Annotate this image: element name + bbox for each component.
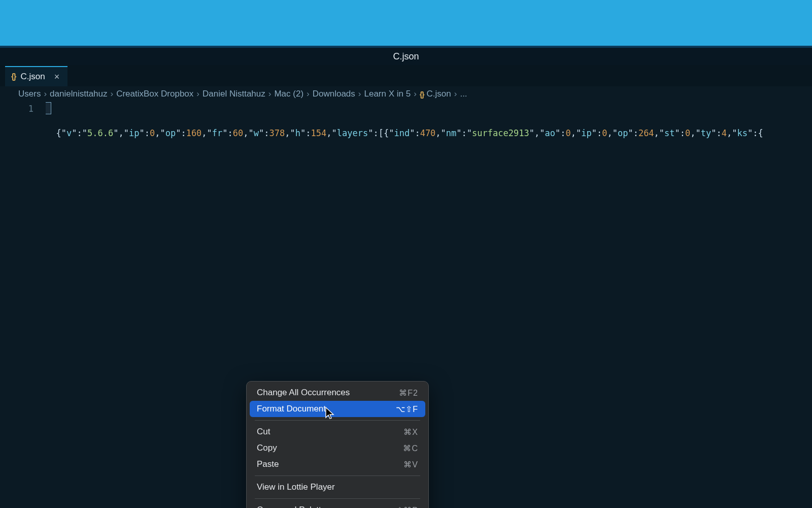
code-token: : <box>373 128 378 138</box>
menu-item-shortcut: ⌘X <box>403 427 418 437</box>
line-number: 1 <box>0 103 33 115</box>
code-token: , <box>243 128 248 138</box>
code-token: , <box>727 128 732 138</box>
code-token: 264 <box>638 128 654 138</box>
menu-item-command-palette[interactable]: Command Palette...⇧⌘P <box>250 502 425 508</box>
code-content[interactable]: {"v":"5.6.6","ip":0,"op":160,"fr":60,"w"… <box>46 102 812 508</box>
breadcrumb-segment[interactable]: Mac (2) <box>274 89 303 99</box>
breadcrumb-segment[interactable]: Daniel Nisttahuz <box>202 89 265 99</box>
code-token: " <box>529 128 534 138</box>
code-token: : <box>264 128 269 138</box>
code-token: : <box>680 128 685 138</box>
menu-item-view-in-lottie-player[interactable]: View in Lottie Player <box>250 479 425 495</box>
breadcrumb-segment[interactable]: Users <box>18 89 41 99</box>
code-token: " <box>613 128 618 138</box>
code-token: : <box>306 128 311 138</box>
breadcrumb-file[interactable]: {} C.json <box>420 89 451 99</box>
code-token: op <box>165 128 176 138</box>
code-token: " <box>113 128 118 138</box>
code-token: " <box>124 128 129 138</box>
code-token: w <box>254 128 259 138</box>
breadcrumb-tail[interactable]: ... <box>460 89 467 99</box>
menu-item-label: Paste <box>257 459 279 469</box>
breadcrumb-segment[interactable]: CreatixBox Dropbox <box>116 89 193 99</box>
menu-item-label: Change All Occurrences <box>257 388 350 398</box>
code-token: " <box>748 128 753 138</box>
menu-item-shortcut: ⌘V <box>403 460 418 469</box>
code-token: " <box>176 128 181 138</box>
code-token: " <box>61 128 66 138</box>
code-token: , <box>607 128 612 138</box>
code-token: [{ <box>379 128 389 138</box>
tab-bar: {} C.json × <box>0 65 812 86</box>
menu-separator <box>255 420 420 421</box>
menu-item-format-document[interactable]: Format Document⌥⇧F <box>250 401 425 417</box>
code-token: : <box>462 128 467 138</box>
code-token: 160 <box>186 128 202 138</box>
code-token: surface2913 <box>472 128 529 138</box>
code-token: , <box>571 128 576 138</box>
code-token: , <box>118 128 123 138</box>
breadcrumb-segment[interactable]: Downloads <box>313 89 355 99</box>
menu-item-label: View in Lottie Player <box>257 482 335 492</box>
code-token: " <box>592 128 597 138</box>
code-token: , <box>326 128 331 138</box>
vertical-scrollbar[interactable] <box>804 102 811 508</box>
code-token: " <box>467 128 472 138</box>
menu-item-label: Copy <box>257 443 277 453</box>
code-token: 4 <box>722 128 727 138</box>
code-token: : <box>753 128 758 138</box>
menu-item-cut[interactable]: Cut⌘X <box>250 424 425 440</box>
window-top-band <box>0 0 812 46</box>
menu-item-shortcut: ⌘F2 <box>399 388 418 398</box>
menu-item-change-all-occurrences[interactable]: Change All Occurrences⌘F2 <box>250 385 425 401</box>
code-token: : <box>560 128 565 138</box>
code-token: 0 <box>602 128 607 138</box>
chevron-right-icon: › <box>196 89 199 99</box>
code-token: 0 <box>150 128 155 138</box>
code-token: st <box>664 128 674 138</box>
editor-area[interactable]: 1 {"v":"5.6.6","ip":0,"op":160,"fr":60,"… <box>0 102 812 508</box>
code-token: " <box>675 128 680 138</box>
window-title: C.json <box>393 51 419 62</box>
code-token: " <box>139 128 144 138</box>
code-token: : <box>181 128 186 138</box>
code-token: { <box>758 128 763 138</box>
chevron-right-icon: › <box>111 89 114 99</box>
code-token: " <box>441 128 446 138</box>
code-token: ty <box>701 128 711 138</box>
code-token: : <box>597 128 602 138</box>
code-token: " <box>207 128 212 138</box>
code-token: " <box>249 128 254 138</box>
code-token: 470 <box>420 128 436 138</box>
chevron-right-icon: › <box>268 89 272 99</box>
menu-item-paste[interactable]: Paste⌘V <box>250 456 425 472</box>
chevron-right-icon: › <box>358 89 361 99</box>
code-token: : <box>145 128 150 138</box>
tab-c-json[interactable]: {} C.json × <box>5 66 67 86</box>
code-token: , <box>155 128 160 138</box>
menu-item-copy[interactable]: Copy⌘C <box>250 440 425 456</box>
code-token: " <box>659 128 664 138</box>
code-token: , <box>285 128 290 138</box>
code-token: " <box>628 128 633 138</box>
code-token: : <box>717 128 722 138</box>
code-token: h <box>295 128 300 138</box>
code-token: ks <box>737 128 748 138</box>
code-token: , <box>435 128 441 138</box>
code-token: 0 <box>565 128 570 138</box>
menu-item-label: Format Document <box>257 404 326 414</box>
menu-separator <box>255 475 420 476</box>
code-token: " <box>332 128 337 138</box>
code-token: nm <box>446 128 456 138</box>
title-bar: C.json <box>0 48 812 65</box>
code-token: " <box>410 128 415 138</box>
breadcrumb-file-name: C.json <box>427 89 451 99</box>
breadcrumb-segment[interactable]: danielnisttahuz <box>50 89 107 99</box>
code-token: layers <box>337 128 368 138</box>
breadcrumb-segment[interactable]: Learn X in 5 <box>364 89 411 99</box>
bracket-highlight <box>46 103 51 114</box>
menu-separator <box>255 498 420 499</box>
code-token: " <box>222 128 227 138</box>
close-tab-icon[interactable]: × <box>53 72 61 81</box>
